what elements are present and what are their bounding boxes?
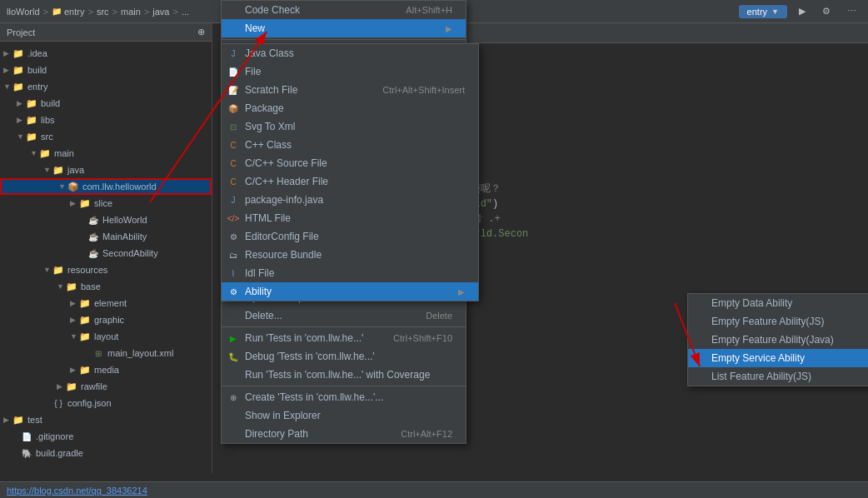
tree-item-helloworld[interactable]: ☕ HelloWorld (0, 212, 212, 228)
tree-item-main-layout[interactable]: ⊞ main_layout.xml (0, 345, 212, 361)
menu-item-show-explorer[interactable]: Show in Explorer (222, 406, 466, 425)
tree-item-graphic[interactable]: ▶ 📁 graphic (0, 311, 212, 328)
ability-item-empty-feature-js[interactable]: Empty Feature Ability(JS) (688, 312, 868, 331)
submenu-item-scratch-file[interactable]: 📝 Scratch File Ctrl+Alt+Shift+Insert (222, 81, 478, 99)
menu-item-run-coverage[interactable]: Run 'Tests in 'com.llw.he...' with Cover… (222, 366, 466, 384)
submenu-item-cpp-class[interactable]: C C++ Class (222, 136, 478, 154)
submenu-item-resource-bundle[interactable]: 🗂 Resource Bundle (222, 246, 478, 264)
menu-item-new[interactable]: New ▶ (222, 19, 466, 37)
more-button[interactable]: ⋯ (842, 4, 861, 18)
submenu-item-cpp-header[interactable]: C C/C++ Header File (222, 172, 478, 191)
tree-item-rawfile[interactable]: ▶ 📁 rawfile (0, 378, 212, 395)
expand-icon: ▼ (17, 132, 25, 141)
ability-item-list-feature-js[interactable]: List Feature Ability(JS) (688, 367, 868, 386)
menu-item-run-tests[interactable]: ▶ Run 'Tests in 'com.llw.he...' Ctrl+Shi… (222, 329, 466, 347)
entry-dropdown[interactable]: entry ▼ (739, 5, 787, 18)
menu-label: HTML File (245, 212, 291, 224)
ability-item-empty-service[interactable]: Empty Service Ability (688, 349, 868, 367)
menu-label: Debug 'Tests in 'com.llw.he...' (245, 351, 375, 362)
arrow-icon: ▶ (446, 24, 452, 33)
tree-label: .idea (27, 48, 47, 58)
create-icon: ⊕ (227, 393, 240, 402)
tree-item-idea[interactable]: ▶ 📁 .idea (0, 45, 212, 62)
menu-label: Create 'Tests in 'com.llw.he...'... (245, 391, 383, 403)
tree-item-entry[interactable]: ▼ 📁 entry (0, 78, 212, 95)
submenu-item-package-info[interactable]: J package-info.java (222, 191, 478, 209)
tree-item-secondability[interactable]: ☕ SecondAbility (0, 245, 212, 261)
tree-item-gitignore[interactable]: 📄 .gitignore (0, 428, 212, 445)
ability-item-empty-feature-java[interactable]: Empty Feature Ability(Java) (688, 331, 868, 349)
submenu-item-svg-xml[interactable]: ⊡ Svg To Xml (222, 117, 478, 136)
menu-label: C/C++ Header File (245, 176, 328, 187)
expand-icon: ▶ (70, 199, 78, 207)
expand-icon: ▶ (3, 49, 12, 57)
folder-icon: 📁 (12, 47, 25, 60)
menu-item-delete[interactable]: Delete... Delete (222, 306, 466, 325)
menu-item-debug-tests[interactable]: 🐛 Debug 'Tests in 'com.llw.he...' (222, 347, 466, 366)
expand-icon: ▼ (30, 149, 38, 157)
tree-item-layout[interactable]: ▼ 📁 layout (0, 328, 212, 345)
tree-item-com-llw[interactable]: ▼ 📦 com.llw.helloworld (0, 178, 212, 195)
tree-label: element (94, 298, 127, 308)
xml-file-icon: ⊞ (92, 346, 105, 360)
shortcut-label: Alt+Shift+H (389, 5, 452, 15)
tree-item-java[interactable]: ▼ 📁 java (0, 162, 212, 178)
run-button[interactable]: ▶ (794, 4, 811, 18)
tree-item-element[interactable]: ▶ 📁 element (0, 295, 212, 311)
tree-label: base (81, 281, 101, 291)
submenu-item-idl-file[interactable]: I Idl File (222, 264, 478, 282)
menu-label: package-info.java (245, 194, 323, 206)
folder-icon: 📁 (65, 280, 78, 293)
tree-item-resources[interactable]: ▼ 📁 resources (0, 261, 212, 278)
submenu-item-editorconfig[interactable]: ⚙ EditorConfig File (222, 227, 478, 246)
submenu-item-html-file[interactable]: </> HTML File (222, 209, 478, 227)
menu-label: File (245, 66, 261, 77)
status-link[interactable]: https://blog.csdn.net/qq_38436214 (7, 486, 147, 496)
expand-icon: ▼ (3, 82, 12, 91)
resource-bundle-icon: 🗂 (227, 251, 240, 260)
expand-icon: ▼ (43, 166, 52, 174)
debug-icon: 🐛 (227, 352, 240, 361)
ability-item-empty-data[interactable]: Empty Data Ability (688, 294, 868, 312)
tree-item-build-root[interactable]: ▶ 📁 build (0, 62, 212, 78)
tree-item-build-gradle[interactable]: 🐘 build.gradle (0, 445, 212, 461)
submenu-item-package[interactable]: 📦 Package (222, 99, 478, 117)
menu-label: Run 'Tests in 'com.llw.he...' (245, 332, 363, 344)
tree-item-media[interactable]: ▶ 📁 media (0, 361, 212, 378)
tree-item-libs[interactable]: ▶ 📁 libs (0, 112, 212, 128)
folder-icon: 📁 (78, 197, 92, 210)
menu-item-directory-path[interactable]: Directory Path Ctrl+Alt+F12 (222, 425, 466, 443)
shortcut-label: Ctrl+Alt+F12 (384, 429, 452, 439)
tree-label: rawfile (81, 381, 107, 391)
menu-item-code-check[interactable]: Code Check Alt+Shift+H (222, 1, 466, 19)
menu-label: C/C++ Source File (245, 157, 327, 169)
tree-item-test[interactable]: ▶ 📁 test (0, 411, 212, 428)
tree-label: build.gradle (36, 448, 83, 458)
tree-item-config-json[interactable]: { } config.json (0, 395, 212, 411)
submenu-item-java-class[interactable]: J Java Class (222, 44, 478, 62)
sidebar-add-icon[interactable]: ⊕ (197, 27, 205, 37)
shortcut-label: Ctrl+Shift+F10 (377, 333, 452, 343)
tree-item-slice[interactable]: ▶ 📁 slice (0, 195, 212, 212)
tree-item-main[interactable]: ▼ 📁 main (0, 145, 212, 162)
settings-button[interactable]: ⚙ (817, 4, 836, 18)
tree-item-base[interactable]: ▼ 📁 base (0, 278, 212, 295)
menu-label: Svg To Xml (245, 121, 295, 132)
status-bar: https://blog.csdn.net/qq_38436214 (0, 481, 868, 498)
submenu-item-ability[interactable]: ⚙ Ability ▶ (222, 282, 478, 301)
breadcrumb-dots: ... (182, 7, 189, 17)
svg-icon: ⊡ (227, 122, 240, 132)
menu-item-create-tests[interactable]: ⊕ Create 'Tests in 'com.llw.he...'... (222, 388, 466, 406)
menu-label: Idl File (245, 267, 274, 279)
tree-item-src[interactable]: ▼ 📁 src (0, 128, 212, 145)
expand-icon: ▶ (17, 99, 25, 107)
expand-icon: ▼ (57, 282, 65, 291)
tree-item-mainability[interactable]: ☕ MainAbility (0, 228, 212, 245)
menu-label: List Feature Ability(JS) (711, 371, 811, 382)
folder-icon: 📁 (52, 163, 65, 177)
submenu-item-cpp-source[interactable]: C C/C++ Source File (222, 154, 478, 172)
idl-icon: I (227, 269, 240, 278)
expand-icon: ▼ (43, 266, 52, 274)
tree-item-build-entry[interactable]: ▶ 📁 build (0, 95, 212, 112)
submenu-item-file[interactable]: 📄 File (222, 62, 478, 81)
